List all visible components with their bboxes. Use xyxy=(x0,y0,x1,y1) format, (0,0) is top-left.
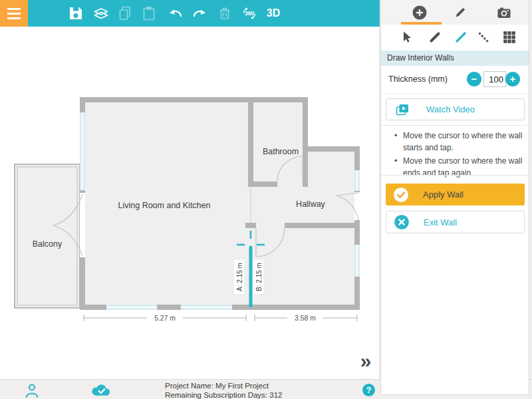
wall-tool-row xyxy=(381,25,529,51)
account-icon[interactable] xyxy=(23,382,41,399)
redo-icon[interactable] xyxy=(191,5,208,22)
dimension-side-a: A: 2.15 m xyxy=(236,263,243,291)
status-text: Project Name: My First Project Remaining… xyxy=(165,382,282,399)
pencil-icon xyxy=(452,5,468,21)
room-label-living[interactable]: Living Room and Kitchen xyxy=(118,201,211,210)
copy-icon[interactable] xyxy=(116,5,134,22)
floorplan-drawing[interactable]: 5.27 m 3.58 m A: 2.15 m B: 2.15 m Living… xyxy=(0,27,379,379)
hamburger-menu-button[interactable] xyxy=(0,0,28,27)
exit-wall-button[interactable]: Exit Wall xyxy=(386,211,525,233)
svg-text:360: 360 xyxy=(245,10,254,17)
select-tool-icon[interactable] xyxy=(398,29,414,45)
panel-tab-bar xyxy=(381,0,529,25)
subscription-days-label: Remaining Subscription Days: 312 xyxy=(165,391,282,399)
layers-icon[interactable] xyxy=(92,5,110,22)
tab-add[interactable] xyxy=(406,3,433,22)
trash-icon[interactable] xyxy=(216,5,233,22)
thickness-row: Thickness (mm) − + xyxy=(381,66,529,94)
grid-tool-icon[interactable] xyxy=(501,29,517,45)
plus-circle-icon xyxy=(412,5,428,21)
thickness-input[interactable] xyxy=(483,71,506,87)
divider xyxy=(381,125,529,126)
tab-draw[interactable] xyxy=(447,3,473,22)
thickness-label: Thickness (mm) xyxy=(388,74,448,84)
dimension-bottom-left: 5.27 m xyxy=(154,314,176,322)
main-toolbar: 360 3D xyxy=(28,0,380,27)
check-circle-icon xyxy=(393,187,409,203)
draw-walls-tool-icon[interactable] xyxy=(427,29,443,45)
camera-icon xyxy=(496,5,512,21)
draw-interior-walls-tool-icon[interactable] xyxy=(453,29,469,45)
room-label-hallway[interactable]: Hallway xyxy=(296,200,326,209)
watch-video-button[interactable]: Watch Video xyxy=(386,98,525,120)
instruction-item: Move the cursor to where the wall starts… xyxy=(394,130,523,154)
right-panel: Draw Interior Walls Thickness (mm) − + W… xyxy=(380,0,529,395)
apply-wall-label: Apply Wall xyxy=(423,190,464,200)
view-3d-button[interactable]: 3D xyxy=(261,0,286,27)
thickness-decrease-button[interactable]: − xyxy=(467,72,481,86)
panel-header: Draw Interior Walls xyxy=(381,51,529,66)
watch-video-label: Watch Video xyxy=(426,104,475,114)
tab-camera[interactable] xyxy=(491,3,517,22)
rotate-360-icon[interactable]: 360 xyxy=(241,5,258,22)
expand-panel-button[interactable]: » xyxy=(354,351,377,374)
project-name-label: Project Name: My First Project xyxy=(165,382,282,391)
close-circle-icon xyxy=(394,214,410,230)
help-button[interactable]: ? xyxy=(362,384,375,396)
apply-wall-button[interactable]: Apply Wall xyxy=(386,184,525,205)
divider xyxy=(381,175,529,176)
undo-icon[interactable] xyxy=(167,5,184,22)
room-label-bathroom[interactable]: Bathroom xyxy=(263,147,299,156)
cloud-sync-icon[interactable] xyxy=(87,383,114,398)
save-icon[interactable] xyxy=(67,5,84,22)
draw-dots-tool-icon[interactable] xyxy=(475,29,491,45)
dimension-side-b: B: 2.15 m xyxy=(255,263,263,291)
dimension-bottom-right: 3.58 m xyxy=(295,314,316,322)
video-icon xyxy=(394,102,410,118)
thickness-increase-button[interactable]: + xyxy=(505,72,520,86)
balcony-room[interactable] xyxy=(15,164,80,308)
paste-icon[interactable] xyxy=(140,5,158,22)
exit-wall-label: Exit Wall xyxy=(424,217,457,227)
instructions: Move the cursor to where the wall starts… xyxy=(394,130,523,180)
room-label-balcony[interactable]: Balcony xyxy=(33,239,63,249)
